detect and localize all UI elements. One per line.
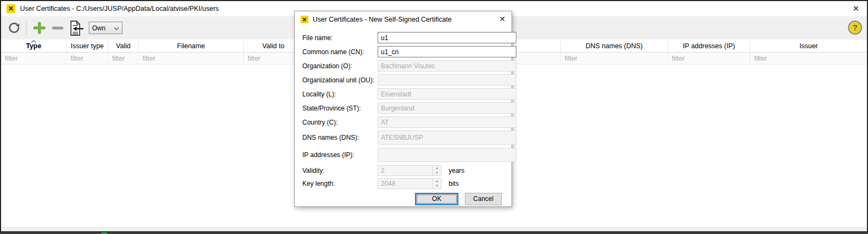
file-name-row: File name: — [302, 32, 333, 43]
file-name-field[interactable] — [378, 32, 516, 43]
import-icon — [68, 20, 84, 36]
spin-down-icon[interactable]: ▼ — [433, 171, 441, 176]
country-field[interactable] — [378, 116, 516, 128]
filter-input-type[interactable] — [1, 53, 66, 64]
column-header-type[interactable]: Type — [1, 40, 67, 52]
spin-down-icon[interactable]: ▼ — [433, 184, 441, 188]
filter-input-ip-addresses[interactable] — [668, 53, 750, 64]
cancel-button[interactable]: Cancel — [465, 193, 502, 205]
certificate-filter-dropdown[interactable]: Own — [89, 22, 122, 34]
common-name-row: Common name (CN): — [302, 46, 364, 57]
minus-icon — [50, 21, 65, 35]
key-length-unit-label: bits — [449, 180, 459, 187]
validity-spin-buttons[interactable]: ▲▼ — [432, 166, 441, 176]
add-certificate-button[interactable] — [31, 21, 47, 35]
dialog-title-bar: ✕ User Certificates - New Self-Signed Ce… — [295, 11, 511, 27]
new-self-signed-certificate-dialog: ✕ User Certificates - New Self-Signed Ce… — [294, 11, 512, 207]
state-province-row: State/Province (ST): — [302, 102, 361, 114]
dialog-close-icon[interactable]: ✕ — [499, 15, 506, 23]
status-strip — [1, 227, 867, 231]
spin-up-icon[interactable]: ▲ — [433, 179, 441, 184]
remove-certificate-button[interactable] — [50, 21, 65, 35]
toolbar-separator — [26, 21, 27, 35]
validity-unit-label: years — [449, 167, 464, 174]
filter-input-dns-names[interactable] — [561, 53, 668, 64]
column-header-valid[interactable]: Valid — [108, 40, 139, 52]
window-title: User Certificates - C:/Users/JUSP/AppDat… — [20, 5, 219, 12]
column-header-ip-addresses[interactable]: IP addresses (IP) — [668, 40, 750, 52]
ok-button[interactable]: OK — [415, 193, 458, 205]
ip-addresses-field[interactable] — [378, 148, 516, 162]
sort-ascending-icon — [31, 40, 36, 43]
spin-up-icon[interactable]: ▲ — [433, 166, 441, 171]
locality-field[interactable] — [378, 88, 516, 100]
filter-input-issuer[interactable] — [750, 53, 867, 64]
organizational-unit-row: Organizational unit (OU): — [302, 74, 374, 86]
chevron-down-icon — [114, 27, 119, 30]
filter-input-issuer-type[interactable] — [67, 53, 108, 64]
dropdown-selected-value: Own — [92, 24, 106, 32]
ip-addresses-row: IP addresses (IP): — [302, 148, 354, 162]
locality-row: Locality (L): — [302, 88, 336, 100]
common-name-field[interactable] — [378, 46, 516, 57]
organization-field[interactable] — [378, 60, 516, 72]
dns-names-field[interactable] — [378, 131, 516, 145]
atvise-logo-icon: ✕ — [301, 16, 308, 23]
key-length-row: Key length: ▲▼ bits — [302, 178, 335, 189]
country-row: Country (C): — [302, 116, 338, 128]
atvise-logo-icon: ✕ — [7, 4, 15, 13]
validity-row: Validity: ▲▼ years — [302, 165, 325, 176]
close-icon[interactable]: ✕ — [852, 4, 859, 14]
plus-icon — [31, 21, 47, 35]
state-province-field[interactable] — [378, 102, 516, 114]
organization-row: Organization (O): — [302, 60, 352, 72]
column-header-issuer[interactable]: Issuer — [750, 40, 867, 52]
import-certificate-button[interactable] — [68, 20, 84, 36]
dns-names-row: DNS names (DNS): — [302, 131, 359, 145]
column-header-issuer-type[interactable]: Issuer type — [67, 40, 108, 52]
filter-input-valid[interactable] — [108, 53, 138, 64]
refresh-button[interactable] — [7, 21, 21, 35]
refresh-icon — [7, 21, 21, 35]
filter-input-filename[interactable] — [139, 53, 243, 64]
column-header-dns-names[interactable]: DNS names (DNS) — [561, 40, 668, 52]
help-button[interactable]: ? — [848, 21, 862, 35]
organizational-unit-field[interactable] — [378, 74, 516, 86]
dialog-title: User Certificates - New Self-Signed Cert… — [313, 16, 451, 23]
key-length-spin-buttons[interactable]: ▲▼ — [432, 179, 441, 188]
column-header-filename[interactable]: Filename — [139, 40, 244, 52]
